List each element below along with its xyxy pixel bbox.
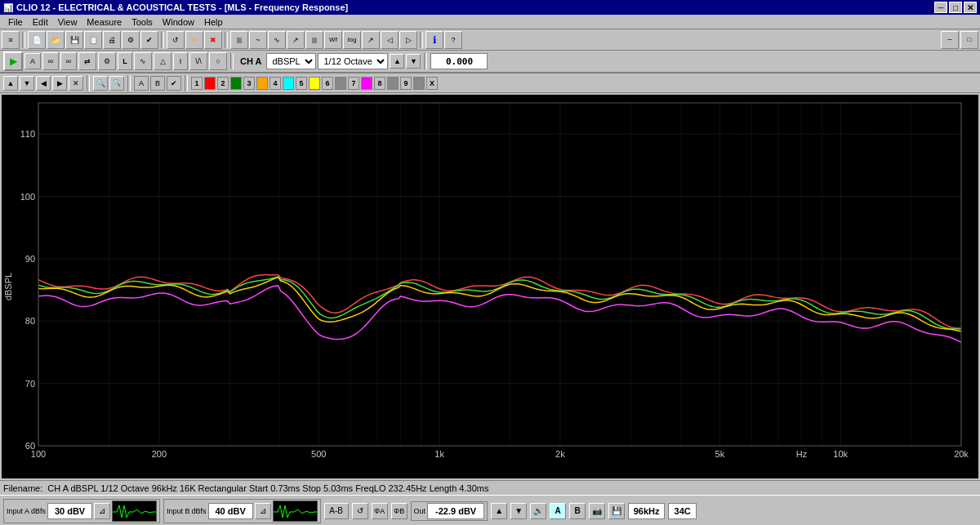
inner-max-button[interactable]: □ xyxy=(960,31,978,49)
save-as-button[interactable]: 📋 xyxy=(84,31,102,49)
unit-select[interactable]: dBSPL dBV xyxy=(266,53,316,69)
undo-button[interactable]: ↺ xyxy=(167,31,185,49)
out-dn-button[interactable]: ▼ xyxy=(510,503,527,519)
zoom-in-button[interactable]: 🔍 xyxy=(93,76,108,91)
input-b-unit: dBfs xyxy=(192,507,207,515)
settings-button[interactable]: ⚙ xyxy=(122,31,140,49)
curve4-color[interactable] xyxy=(283,77,294,90)
signal1-button[interactable]: ||| xyxy=(230,31,248,49)
curve7-color[interactable] xyxy=(361,77,372,90)
save-button[interactable]: 💾 xyxy=(65,31,83,49)
ch-a-btn[interactable]: A xyxy=(134,76,149,91)
plot-area xyxy=(2,95,978,478)
curve1-color[interactable] xyxy=(204,77,216,90)
curve5-num[interactable]: 5 xyxy=(296,77,307,90)
arrow-dn-button[interactable]: ▼ xyxy=(406,54,421,69)
play-button[interactable]: ▶ xyxy=(3,51,23,71)
inner-min-button[interactable]: ─ xyxy=(941,31,959,49)
signal2-button[interactable]: ~ xyxy=(249,31,267,49)
print-button[interactable]: 🖨 xyxy=(103,31,121,49)
pha-button[interactable]: ΦA xyxy=(372,503,388,519)
menu-file[interactable]: File xyxy=(3,16,28,28)
curve7-num[interactable]: 7 xyxy=(348,77,359,90)
input-a-icon[interactable]: ⊿ xyxy=(94,503,110,519)
tb2-circle-button[interactable]: ○ xyxy=(209,52,227,70)
signal5-button[interactable]: ||| xyxy=(305,31,323,49)
nav-up[interactable]: ▲ xyxy=(3,76,18,91)
wf-button[interactable]: Wf xyxy=(324,31,342,49)
check-button[interactable]: ✔ xyxy=(140,31,158,49)
minimize-button[interactable]: ─ xyxy=(934,2,947,13)
curve9-color[interactable] xyxy=(413,77,425,90)
nav-left[interactable]: ◀ xyxy=(36,76,51,91)
camera-button[interactable]: 📷 xyxy=(589,503,605,519)
menu-bar: File Edit View Measure Tools Window Help xyxy=(0,15,980,29)
octave-select[interactable]: 1/12 Octave 1/3 Octave 1/1 Octave xyxy=(318,53,388,69)
nav-x[interactable]: ✕ xyxy=(69,76,83,91)
ch-check-btn[interactable]: ✔ xyxy=(167,76,181,91)
curve2-num[interactable]: 2 xyxy=(217,77,229,90)
loop-icon[interactable]: ↺ xyxy=(352,503,368,519)
curveX-btn[interactable]: X xyxy=(426,77,438,90)
tb2-inf-button[interactable]: ∞ xyxy=(42,52,59,70)
signal4-button[interactable]: ↗ xyxy=(287,31,305,49)
menu-measure[interactable]: Measure xyxy=(82,16,127,28)
frequency-response-canvas xyxy=(2,95,973,478)
tb2-loop-button[interactable]: ∞ xyxy=(60,52,77,70)
arrow-up-button[interactable]: ▲ xyxy=(390,54,404,69)
maximize-button[interactable]: □ xyxy=(949,2,962,13)
info-button[interactable]: ℹ xyxy=(425,31,443,49)
tb2-merge-button[interactable]: ⇄ xyxy=(78,52,96,70)
tb2-a-button[interactable]: A xyxy=(24,53,41,69)
tb2-L-button[interactable]: L xyxy=(118,52,132,70)
sep4 xyxy=(420,32,423,48)
curve3-color[interactable] xyxy=(256,77,268,90)
pen-button[interactable]: ✏ xyxy=(185,31,203,49)
new-button[interactable]: 📄 xyxy=(28,31,46,49)
fa-button[interactable]: A xyxy=(550,503,566,519)
menu-help[interactable]: Help xyxy=(199,16,228,28)
channel-label: CH A xyxy=(237,56,265,66)
close-button[interactable]: ✕ xyxy=(964,2,977,13)
signal3-button[interactable]: ∿ xyxy=(268,31,286,49)
curve8-color[interactable] xyxy=(387,77,399,90)
tb2-noise-button[interactable]: \/\ xyxy=(189,52,207,70)
nav-dn[interactable]: ▼ xyxy=(20,76,34,91)
curve9-num[interactable]: 9 xyxy=(400,77,412,90)
curve4-num[interactable]: 4 xyxy=(270,77,281,90)
curve5-color[interactable] xyxy=(309,77,320,90)
nav-right[interactable]: ▶ xyxy=(52,76,67,91)
input-b-icon[interactable]: ⊿ xyxy=(255,503,271,519)
out-label: Out xyxy=(414,507,426,515)
ab-button[interactable]: A-B xyxy=(324,503,349,519)
arrow-button[interactable]: ↗ xyxy=(362,31,380,49)
save2-button[interactable]: 💾 xyxy=(608,503,625,519)
tb2-I-button[interactable]: I xyxy=(173,52,188,70)
tb2-wave-button[interactable]: ∿ xyxy=(134,52,152,70)
menu-view[interactable]: View xyxy=(53,16,82,28)
ch-b-btn[interactable]: B xyxy=(150,76,165,91)
fwd-button[interactable]: ▷ xyxy=(399,31,417,49)
stop-button[interactable]: ✖ xyxy=(204,31,222,49)
open-button[interactable]: 📂 xyxy=(47,31,65,49)
back-button[interactable]: ◁ xyxy=(381,31,399,49)
curve3-num[interactable]: 3 xyxy=(243,77,255,90)
log-button[interactable]: log xyxy=(343,31,361,49)
menu-window[interactable]: Window xyxy=(158,16,199,28)
curve2-color[interactable] xyxy=(230,77,242,90)
speaker-button[interactable]: 🔊 xyxy=(530,503,546,519)
help-btn2[interactable]: ? xyxy=(444,31,462,49)
out-up-button[interactable]: ▲ xyxy=(491,503,507,519)
curve6-color[interactable] xyxy=(335,77,346,90)
menu-tools[interactable]: Tools xyxy=(127,16,158,28)
zoom-out-button[interactable]: 🔍 xyxy=(109,76,124,91)
curve1-num[interactable]: 1 xyxy=(191,77,203,90)
fb-button[interactable]: B xyxy=(569,503,586,519)
app-menu-button[interactable]: ≡ xyxy=(2,31,20,49)
curve6-num[interactable]: 6 xyxy=(322,77,333,90)
tb2-gear-button[interactable]: ⚙ xyxy=(98,52,116,70)
curve8-num[interactable]: 8 xyxy=(374,77,385,90)
tb2-tri-button[interactable]: △ xyxy=(154,52,172,70)
phb-button[interactable]: ΦB xyxy=(391,503,408,519)
menu-edit[interactable]: Edit xyxy=(28,16,53,28)
